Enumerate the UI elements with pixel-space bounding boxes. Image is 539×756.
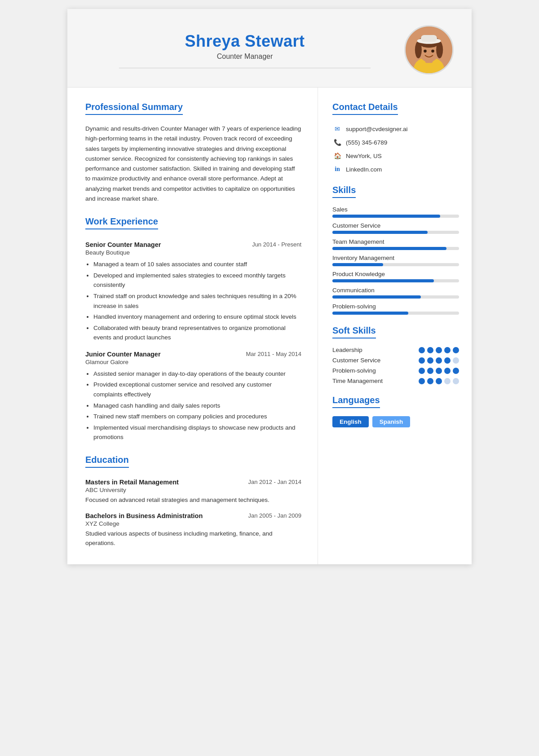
edu-degree: Bachelors in Business Administration <box>85 512 203 519</box>
soft-skill-row: Leadership <box>332 347 459 353</box>
job-bullet: Developed and implemented sales strategi… <box>93 271 301 290</box>
skill-dot <box>427 378 433 384</box>
skill-name: Inventory Management <box>332 255 459 261</box>
contact-item: in LinkedIn.com <box>332 164 459 174</box>
skill-name: Team Management <box>332 238 459 245</box>
contact-item: ✉ support@cvdesigner.ai <box>332 124 459 134</box>
job-bullet: Implemented visual merchandising display… <box>93 423 301 442</box>
skill-row: Product Knowledge <box>332 271 459 282</box>
edu-item: Bachelors in Business Administration XYZ… <box>85 512 301 548</box>
skill-dot <box>436 368 442 374</box>
skill-dot <box>419 347 425 353</box>
job-bullet: Provided exceptional customer service an… <box>93 380 301 399</box>
work-experience-section: Work Experience Senior Counter Manager B… <box>85 216 301 442</box>
jobs-list: Senior Counter Manager Beauty Boutique J… <box>85 241 301 442</box>
soft-skill-name: Leadership <box>332 347 362 353</box>
contact-icon: 🏠 <box>332 151 342 161</box>
skill-bar-fill <box>332 263 383 266</box>
edu-item: Masters in Retail Management ABC Univers… <box>85 479 301 505</box>
skill-bar <box>332 295 459 299</box>
svg-point-6 <box>436 41 443 58</box>
job-company: Glamour Galore <box>85 359 161 365</box>
skill-dots <box>419 378 459 384</box>
svg-rect-8 <box>421 35 437 42</box>
edu-degree: Masters in Retail Management <box>85 479 179 486</box>
skill-dots <box>419 347 459 353</box>
language-badge-spanish: Spanish <box>372 416 411 427</box>
skill-bar-fill <box>332 312 408 315</box>
skill-name: Customer Service <box>332 222 459 229</box>
skill-bar-fill <box>332 247 446 250</box>
skill-name: Problem-solving <box>332 303 459 310</box>
skill-dot <box>444 378 451 384</box>
contact-item: 📞 (555) 345-6789 <box>332 137 459 147</box>
edu-description: Focused on advanced retail strategies an… <box>85 496 301 505</box>
skills-list: Sales Customer Service Team Management I… <box>332 206 459 315</box>
soft-skills-section: Soft Skills Leadership Customer Service … <box>332 325 459 384</box>
left-column: Professional Summary Dynamic and results… <box>67 88 318 564</box>
skill-dot <box>436 357 442 364</box>
skill-bar <box>332 231 459 234</box>
candidate-title: Counter Manager <box>217 53 273 61</box>
soft-skills-title: Soft Skills <box>332 325 376 338</box>
contact-icon: ✉ <box>332 124 342 134</box>
skill-name: Communication <box>332 287 459 294</box>
skill-name: Sales <box>332 206 459 213</box>
soft-skills-list: Leadership Customer Service Problem-solv… <box>332 347 459 384</box>
skill-bar <box>332 263 459 266</box>
header-divider <box>119 68 371 68</box>
education-title: Education <box>85 455 129 468</box>
professional-summary-section: Professional Summary Dynamic and results… <box>85 102 301 204</box>
skill-dots <box>419 368 459 374</box>
job-item: Junior Counter Manager Glamour Galore Ma… <box>85 351 301 442</box>
soft-skill-name: Customer Service <box>332 357 380 364</box>
contact-text: NewYork, US <box>346 153 382 159</box>
contact-text: (555) 345-6789 <box>346 139 387 146</box>
skill-dot <box>453 368 459 374</box>
skill-row: Customer Service <box>332 222 459 234</box>
resume-wrapper: Shreya Stewart Counter Manager <box>67 9 472 564</box>
education-section: Education Masters in Retail Management A… <box>85 455 301 548</box>
skill-dot <box>436 378 442 384</box>
skill-dot <box>453 378 459 384</box>
job-header: Senior Counter Manager Beauty Boutique J… <box>85 241 301 256</box>
job-title: Senior Counter Manager <box>85 241 161 248</box>
contact-text: LinkedIn.com <box>346 166 382 173</box>
soft-skill-row: Problem-solving <box>332 367 459 374</box>
job-title: Junior Counter Manager <box>85 351 161 358</box>
contact-icon: in <box>332 164 342 174</box>
right-column: Contact Details ✉ support@cvdesigner.ai … <box>318 88 472 564</box>
svg-point-9 <box>424 50 427 53</box>
languages-list: EnglishSpanish <box>332 416 459 427</box>
soft-skill-row: Customer Service <box>332 357 459 364</box>
contact-text: support@cvdesigner.ai <box>346 126 408 132</box>
skill-dot <box>453 357 459 364</box>
skill-dot <box>419 378 425 384</box>
avatar <box>404 25 454 75</box>
skill-dot <box>453 347 459 353</box>
job-bullet: Trained new staff members on company pol… <box>93 412 301 422</box>
contact-list: ✉ support@cvdesigner.ai 📞 (555) 345-6789… <box>332 124 459 174</box>
skill-bar <box>332 279 459 282</box>
job-bullet: Handled inventory management and orderin… <box>93 312 301 322</box>
skill-dot <box>419 368 425 374</box>
job-bullets: Managed a team of 10 sales associates an… <box>93 259 301 343</box>
skill-dot <box>444 368 451 374</box>
header: Shreya Stewart Counter Manager <box>67 9 472 88</box>
skill-row: Sales <box>332 206 459 218</box>
languages-title: Languages <box>332 395 380 408</box>
skill-bar <box>332 312 459 315</box>
summary-text: Dynamic and results-driven Counter Manag… <box>85 124 301 204</box>
job-bullet: Managed cash handling and daily sales re… <box>93 401 301 411</box>
contact-title: Contact Details <box>332 102 398 115</box>
skill-bar-fill <box>332 295 421 299</box>
job-date: Mar 2011 - May 2014 <box>246 351 301 357</box>
skill-name: Product Knowledge <box>332 271 459 277</box>
skills-section: Skills Sales Customer Service Team Manag… <box>332 185 459 315</box>
job-bullet: Collaborated with beauty brand represent… <box>93 323 301 343</box>
edu-school: ABC University <box>85 487 179 493</box>
skill-dot <box>427 347 433 353</box>
edu-header: Masters in Retail Management ABC Univers… <box>85 479 301 493</box>
job-bullets: Assisted senior manager in day-to-day op… <box>93 369 301 442</box>
skill-dot <box>444 347 451 353</box>
